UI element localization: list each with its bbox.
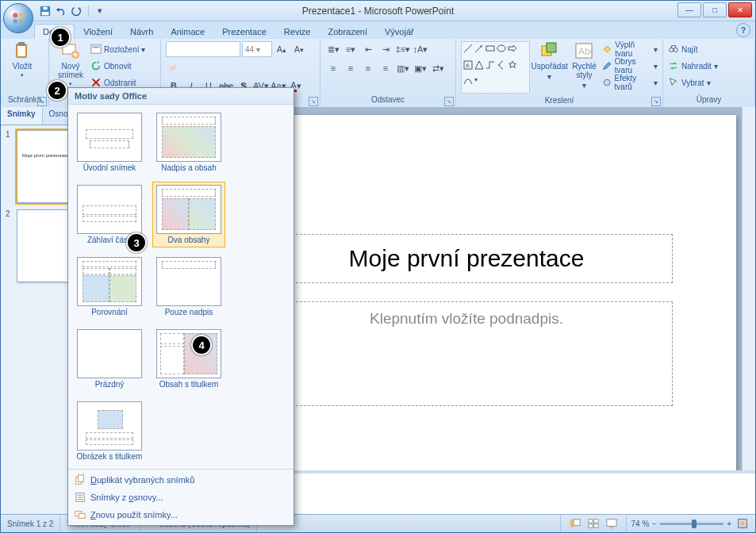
align-right-button[interactable]: ≡ [360, 60, 376, 76]
svg-point-25 [604, 79, 611, 86]
select-button[interactable]: Vybrat▾ [668, 75, 718, 90]
tab-view[interactable]: Zobrazení [319, 24, 376, 39]
group-editing-label: Úpravy [697, 95, 722, 104]
arrange-button[interactable]: Uspořádat▾ [533, 41, 566, 81]
align-text-button[interactable]: ▣▾ [413, 60, 428, 76]
svg-rect-37 [574, 520, 580, 526]
shape-effects-button[interactable]: Efekty tvarů▾ [602, 75, 658, 90]
maximize-button[interactable]: □ [703, 2, 727, 17]
view-slideshow-button[interactable] [604, 516, 620, 531]
layout-picture-caption[interactable]: Obrázek s titulkem [73, 398, 146, 464]
slide-title-placeholder[interactable]: Moje první prezentace [260, 234, 673, 283]
view-normal-button[interactable] [567, 516, 583, 531]
tab-animations[interactable]: Animace [162, 24, 213, 39]
dec-indent-button[interactable]: ⇤ [360, 41, 376, 57]
view-slideshow-icon [606, 518, 617, 529]
shape-textbox-icon: A [463, 60, 473, 70]
help-button[interactable]: ? [736, 23, 750, 37]
group-clipboard-label: Schránka [8, 95, 41, 104]
shrink-font-button[interactable]: A▾ [291, 41, 307, 57]
fit-to-window-button[interactable] [735, 516, 750, 531]
qat-customize-icon[interactable]: ▾ [94, 5, 106, 17]
vertical-scrollbar[interactable] [742, 107, 755, 515]
font-launcher[interactable]: ↘ [309, 97, 318, 106]
find-button[interactable]: Najít [668, 41, 718, 57]
font-name-combo[interactable] [166, 41, 240, 57]
tab-design[interactable]: Návrh [121, 24, 162, 39]
text-direction-button[interactable]: ↕A▾ [413, 41, 428, 57]
close-button[interactable]: ✕ [728, 2, 752, 17]
justify-button[interactable]: ≡ [378, 60, 393, 76]
titlebar: ▾ Prezentace1 - Microsoft PowerPoint — □… [1, 1, 755, 21]
align-left-button[interactable]: ≡ [325, 60, 341, 76]
tab-slideshow[interactable]: Prezentace [213, 24, 275, 39]
slides-from-outline-item[interactable]: Snímky z osnovy... [68, 489, 294, 506]
reset-button[interactable]: Obnovit [90, 58, 145, 74]
layout-title-only[interactable]: Pouze nadpis [152, 254, 225, 320]
columns-button[interactable]: ▥▾ [395, 60, 411, 76]
shape-fill-button[interactable]: Výplň tvaru▾ [602, 41, 658, 57]
svg-rect-14 [169, 65, 177, 71]
paragraph-launcher[interactable]: ↘ [444, 97, 454, 106]
replace-button[interactable]: Nahradit▾ [668, 58, 718, 74]
line-spacing-button[interactable]: ‡≡▾ [395, 41, 411, 57]
duplicate-slides-item[interactable]: DDuplikát vybraných snímkůuplikát vybran… [68, 471, 294, 489]
numbering-button[interactable]: ≡▾ [343, 41, 359, 57]
svg-rect-35 [79, 513, 85, 518]
fit-icon [737, 518, 748, 529]
shape-outline-button[interactable]: Obrys tvaru▾ [602, 58, 658, 74]
align-center-button[interactable]: ≡ [343, 60, 359, 76]
smartart-button[interactable]: ⇄▾ [430, 60, 446, 76]
shape-triangle-icon [474, 60, 484, 70]
zoom-slider[interactable] [660, 523, 723, 525]
office-button[interactable] [3, 3, 33, 33]
layout-content-caption[interactable]: Obsah s titulkem [152, 326, 225, 392]
layout-button[interactable]: Rozložení▾ [90, 41, 145, 57]
redo-icon[interactable] [71, 5, 83, 17]
reset-icon [90, 60, 102, 71]
app-window: ▾ Prezentace1 - Microsoft PowerPoint — □… [0, 0, 756, 533]
layout-blank[interactable]: Prázdný [73, 326, 146, 392]
drawing-launcher[interactable]: ↘ [651, 97, 661, 106]
window-title: Prezentace1 - Microsoft PowerPoint [302, 6, 454, 17]
zoom-out-button[interactable]: − [652, 520, 657, 528]
shape-connector-icon [485, 60, 495, 70]
undo-icon[interactable] [55, 5, 67, 17]
svg-rect-40 [588, 524, 592, 527]
view-sorter-button[interactable] [585, 516, 601, 531]
zoom-in-button[interactable]: + [727, 520, 731, 528]
quick-styles-button[interactable]: Abc Rychlé styly▾ [570, 41, 600, 90]
outline-icon [75, 492, 86, 503]
tab-review[interactable]: Revize [275, 24, 320, 39]
tab-insert[interactable]: Vložení [75, 24, 121, 39]
zoom-control[interactable]: 74 % − + [627, 516, 755, 531]
layout-title-slide[interactable]: Úvodní snímek [73, 109, 146, 175]
grow-font-button[interactable]: A▴ [274, 41, 290, 57]
shape-line-icon [463, 44, 473, 53]
pane-tab-slides[interactable]: Snímky [1, 107, 43, 125]
clear-format-button[interactable] [166, 59, 182, 75]
svg-rect-41 [593, 524, 597, 527]
layout-two-content[interactable]: Dva obsahy [152, 182, 225, 247]
layout-title-content[interactable]: Nadpis a obsah [152, 109, 225, 175]
bullets-button[interactable]: ≣▾ [325, 41, 341, 57]
layout-icon [90, 44, 102, 55]
layout-comparison[interactable]: Porovnání [73, 254, 146, 320]
slide-subtitle-placeholder[interactable]: Klepnutím vložíte podnadpis. [260, 301, 673, 406]
delete-icon [90, 77, 102, 88]
arrange-icon [540, 41, 559, 60]
font-size-combo[interactable]: 44 ▾ [242, 41, 272, 57]
svg-text:A: A [466, 63, 470, 68]
eraser-icon [168, 61, 179, 72]
shapes-gallery[interactable]: A ▾ [461, 41, 530, 94]
paste-button[interactable]: Vložit▾ [6, 41, 39, 79]
minimize-button[interactable]: — [677, 2, 701, 17]
clipboard-launcher[interactable]: ↘ [37, 97, 47, 106]
save-icon[interactable] [39, 5, 52, 17]
tab-developer[interactable]: Vývojář [376, 24, 423, 39]
inc-indent-button[interactable]: ⇥ [378, 41, 393, 57]
svg-point-18 [497, 45, 505, 52]
svg-rect-36 [570, 520, 573, 528]
view-sorter-icon [588, 518, 599, 529]
reuse-slides-item[interactable]: Znovu použít snímky... [68, 506, 294, 523]
